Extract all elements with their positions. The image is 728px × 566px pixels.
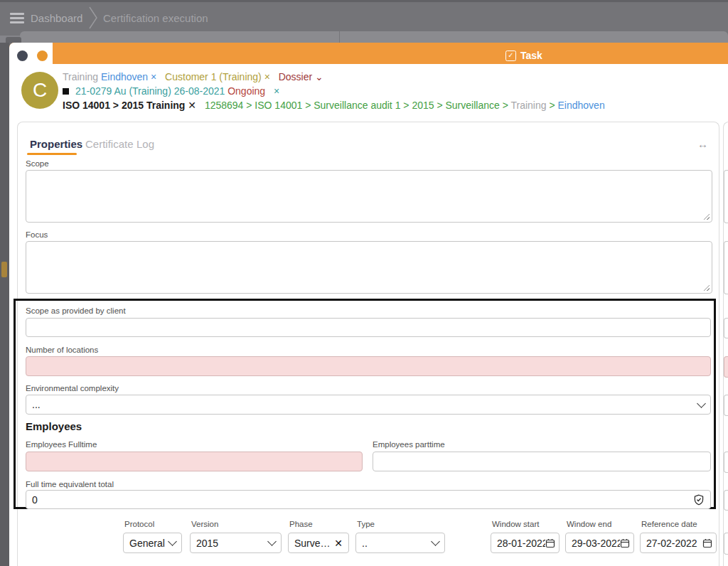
- fte-total-input[interactable]: 0: [26, 490, 711, 509]
- env-complexity-value: ...: [32, 399, 41, 410]
- tag-customer-remove-icon[interactable]: ×: [264, 71, 270, 82]
- window-start-date[interactable]: 28-01-2022: [491, 533, 560, 553]
- protocol-value: General: [129, 538, 165, 549]
- side-panel-field-fragment: [724, 452, 728, 473]
- tab-log[interactable]: Log: [136, 138, 154, 150]
- env-complexity-label: Environmental complexity: [26, 384, 119, 393]
- protocol-tag: ISO 14001 > 2015 Training: [63, 100, 185, 111]
- resize-grip-icon[interactable]: [702, 283, 710, 291]
- phase-chip[interactable]: Surve… ✕: [288, 533, 349, 553]
- path-blue-segment[interactable]: Eindhoven: [558, 100, 605, 111]
- scope-label: Scope: [26, 159, 49, 168]
- task-header-title: ✓ Task: [505, 50, 542, 61]
- protocol-remove-icon[interactable]: ✕: [188, 100, 196, 111]
- tag-location-remove-icon[interactable]: ×: [151, 71, 156, 82]
- scope-client-label: Scope as provided by client: [26, 306, 126, 315]
- employees-fulltime-label: Employees Fulltime: [26, 440, 97, 449]
- side-panel-field-fragment: [724, 490, 728, 511]
- background-panel-divider: [339, 31, 340, 43]
- screen: Dashboard Certification execution ✓ Task…: [0, 0, 728, 566]
- hamburger-menu-icon[interactable]: [10, 13, 24, 23]
- expand-horizontal-icon[interactable]: ↔: [697, 138, 708, 150]
- type-value: ..: [362, 538, 368, 549]
- protocol-label: Protocol: [124, 520, 154, 528]
- chevron-down-icon: [267, 537, 277, 546]
- tab-properties[interactable]: Properties: [30, 138, 82, 150]
- path-separator: >: [549, 100, 555, 111]
- window-minimize-button[interactable]: [37, 50, 48, 61]
- fte-total-value: 0: [32, 494, 38, 506]
- protocol-select[interactable]: General: [123, 533, 182, 553]
- locations-input[interactable]: [26, 356, 711, 376]
- side-panel-field-fragment: [724, 533, 728, 555]
- version-select[interactable]: 2015: [190, 533, 282, 553]
- reference-date-value: 27-02-2022: [646, 538, 697, 549]
- window-start-label: Window start: [492, 520, 539, 528]
- path-green-segment[interactable]: 1258694 > ISO 14001 > Surveillance audit…: [205, 100, 500, 111]
- focus-textarea[interactable]: [26, 241, 712, 294]
- side-panel-field-fragment: [724, 318, 728, 338]
- shield-check-icon: [693, 494, 705, 506]
- chevron-down-icon: [431, 537, 440, 546]
- entity-tags-row: Training Eindhoven × Customer 1 (Trainin…: [63, 71, 323, 82]
- audit-code[interactable]: 21-0279 Au: [75, 85, 127, 97]
- audit-status-badge: Ongoing: [228, 85, 265, 97]
- breadcrumb-chevron-icon: [87, 4, 100, 31]
- version-label: Version: [191, 520, 218, 528]
- avatar: C: [21, 72, 58, 109]
- chevron-down-icon: [168, 537, 177, 546]
- tag-dossier[interactable]: Dossier: [279, 71, 312, 82]
- entity-audit-row: 21-0279 Au (Training) 26-08-2021 Ongoing…: [63, 85, 279, 97]
- type-select[interactable]: ..: [355, 533, 445, 553]
- background-sidebar-mark: [1, 262, 7, 277]
- status-square-icon: [63, 88, 69, 95]
- scope-client-input[interactable]: [26, 318, 711, 337]
- active-tab-underline: [27, 153, 77, 155]
- type-label: Type: [357, 520, 375, 528]
- breadcrumb-dashboard[interactable]: Dashboard: [31, 12, 82, 24]
- background-panel-top: [20, 31, 728, 43]
- tag-training-prefix: Training: [63, 71, 98, 82]
- locations-label: Number of locations: [26, 346, 98, 354]
- window-end-date[interactable]: 29-03-2022: [565, 533, 634, 553]
- side-panel-field-fragment: [724, 356, 728, 378]
- audit-detail: (Training) 26-08-2021: [129, 85, 225, 97]
- tag-location[interactable]: Eindhoven: [101, 71, 148, 82]
- window-close-button[interactable]: [17, 50, 28, 61]
- employees-fulltime-input[interactable]: [26, 452, 363, 471]
- tab-certificate[interactable]: Certificate: [85, 138, 134, 150]
- calendar-icon[interactable]: [545, 538, 555, 548]
- task-checkbox-icon: ✓: [505, 50, 516, 61]
- background-small-tab: [6, 37, 21, 43]
- calendar-icon[interactable]: [702, 538, 712, 548]
- path-gray-segment: Training: [510, 100, 546, 111]
- window-start-value: 28-01-2022: [497, 538, 545, 549]
- side-panel-field-fragment: [724, 241, 728, 294]
- reference-date-label: Reference date: [641, 520, 697, 528]
- resize-grip-icon[interactable]: [702, 212, 710, 220]
- scope-textarea[interactable]: [26, 170, 712, 223]
- side-panel-field-fragment: [724, 395, 728, 416]
- breadcrumb-current-page: Certification execution: [103, 12, 208, 24]
- window-end-value: 29-03-2022: [572, 538, 620, 549]
- dossier-dropdown-icon[interactable]: ⌄: [315, 71, 323, 82]
- fte-total-label: Full time equivalent total: [26, 480, 114, 488]
- background-left-strip: [0, 43, 9, 566]
- employees-heading: Employees: [26, 420, 82, 432]
- phase-value: Surve…: [294, 538, 331, 549]
- calendar-icon[interactable]: [620, 538, 630, 548]
- employees-parttime-label: Employees parttime: [373, 440, 445, 449]
- window-end-label: Window end: [567, 520, 611, 528]
- tag-customer[interactable]: Customer 1 (Training): [165, 71, 262, 82]
- task-label: Task: [520, 50, 542, 61]
- focus-label: Focus: [26, 230, 48, 239]
- audit-remove-icon[interactable]: ×: [274, 85, 279, 97]
- env-complexity-select[interactable]: ...: [26, 395, 711, 415]
- employees-parttime-input[interactable]: [373, 452, 711, 471]
- phase-remove-icon[interactable]: ✕: [334, 538, 343, 549]
- entity-path-row: ISO 14001 > 2015 Training ✕ 1258694 > IS…: [63, 100, 605, 111]
- chevron-down-icon: [697, 399, 706, 408]
- phase-label: Phase: [289, 520, 313, 528]
- side-panel-field-fragment: [724, 170, 728, 223]
- reference-date-field[interactable]: 27-02-2022: [640, 533, 717, 553]
